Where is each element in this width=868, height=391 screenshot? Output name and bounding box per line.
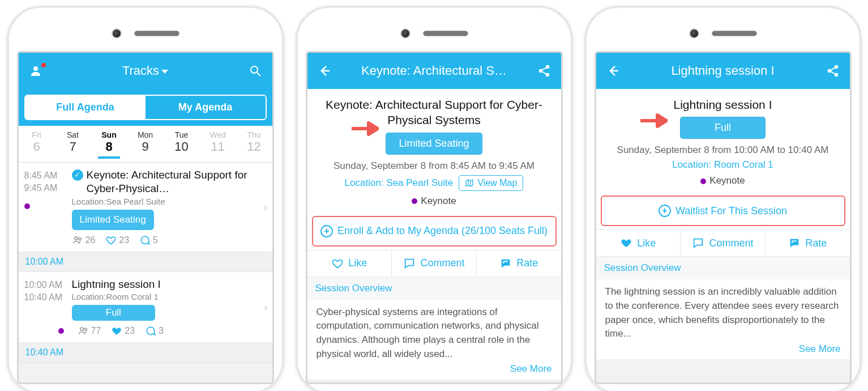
screen: Lightning session I Lightning session I … — [595, 51, 852, 384]
session-title: Lightning session I — [606, 97, 840, 112]
track-dot-icon — [58, 328, 64, 334]
section-overview-title: Session Overview — [307, 277, 561, 300]
header-container: Tracks Full Agenda My Agenda — [19, 53, 272, 126]
location-link[interactable]: Location: Sea Pearl Suite — [345, 177, 454, 189]
date-sun[interactable]: Sun8 — [91, 126, 127, 162]
phone-hardware-top — [17, 16, 274, 51]
date-tue[interactable]: Tue10 — [164, 126, 200, 162]
phone-hardware-top — [595, 16, 852, 51]
back-icon[interactable] — [315, 64, 333, 78]
action-row: Like Comment Rate — [596, 230, 850, 257]
rate-button[interactable]: Rate — [476, 250, 561, 277]
svg-point-3 — [74, 237, 77, 240]
svg-point-8 — [546, 66, 548, 68]
callout-arrow-icon — [352, 121, 379, 137]
likes-count: 23 — [111, 325, 135, 337]
session-datetime: Sunday, September 8 from 10:00 AM to 10:… — [606, 144, 840, 156]
date-thu[interactable]: Thu12 — [236, 126, 272, 162]
plus-circle-icon: + — [320, 225, 333, 237]
overview-text: The lightning session is an incredibly v… — [596, 279, 850, 341]
svg-point-12 — [828, 70, 830, 72]
page-title: Keynote: Architectural S… — [333, 63, 535, 78]
like-button[interactable]: Like — [307, 250, 392, 277]
svg-line-16 — [831, 71, 835, 74]
phone-session-detail-lightning: Lightning session I Lightning session I … — [584, 6, 862, 391]
status-badge-limited: Limited Seating — [386, 133, 482, 155]
likes-count: 23 — [105, 235, 129, 246]
svg-line-10 — [542, 67, 546, 70]
app-header: Keynote: Architectural S… — [307, 53, 561, 89]
page-title: Lightning session I — [622, 63, 824, 78]
svg-line-2 — [257, 73, 260, 76]
plus-circle-icon: + — [659, 205, 671, 217]
chevron-right-icon: › — [260, 300, 268, 313]
svg-point-7 — [539, 70, 541, 72]
share-icon[interactable] — [824, 64, 842, 78]
speaker-grille — [134, 31, 179, 36]
overview-text: Cyber-physical systems are integrations … — [307, 300, 561, 362]
tracks-dropdown[interactable]: Tracks — [45, 63, 246, 78]
session-header: Lightning session I Full Sunday, Septemb… — [596, 89, 850, 192]
camera-dot — [689, 28, 699, 39]
share-icon[interactable] — [535, 64, 553, 78]
svg-point-4 — [79, 237, 81, 240]
profile-icon[interactable] — [27, 64, 45, 78]
date-sat[interactable]: Sat7 — [55, 126, 91, 162]
date-mon[interactable]: Mon9 — [127, 126, 164, 162]
comment-button[interactable]: Comment — [680, 230, 765, 256]
session-counts: 77 23 3 — [58, 325, 260, 337]
speaker-grille — [712, 31, 757, 36]
enroll-button[interactable]: + Enroll & Add to My Agenda (26/100 Seat… — [312, 216, 557, 246]
agenda-tabs: Full Agenda My Agenda — [24, 95, 267, 120]
svg-point-13 — [835, 66, 837, 68]
attendees-count: 77 — [78, 325, 101, 337]
back-icon[interactable] — [604, 64, 622, 78]
waitlist-button[interactable]: + Waitlist For This Session — [601, 196, 845, 226]
speaker-grille — [423, 31, 468, 36]
time-separator: 10:40 AM — [19, 343, 272, 363]
session-times: 8:45 AM 9:45 AM — [24, 168, 72, 246]
phone-hardware-top — [306, 16, 563, 51]
rate-button[interactable]: Rate — [765, 230, 850, 256]
comments-count: 5 — [139, 235, 158, 246]
chevron-right-icon: › — [260, 201, 268, 214]
tab-my-agenda[interactable]: My Agenda — [146, 96, 266, 119]
track-label: Keynote — [318, 196, 551, 207]
track-dot-icon — [700, 178, 706, 184]
tab-full-agenda[interactable]: Full Agenda — [25, 96, 146, 119]
date-strip[interactable]: Fri6 Sat7 Sun8 Mon9 Tue10 Wed11 Thu12 — [19, 126, 272, 163]
location-link[interactable]: Location: Room Coral 1 — [672, 159, 773, 171]
session-card-keynote[interactable]: 8:45 AM 9:45 AM ✓ Keynote: Architectural… — [19, 163, 272, 252]
svg-point-6 — [84, 329, 87, 331]
see-more-link[interactable]: See More — [307, 361, 561, 379]
app-header: Lightning session I — [596, 53, 850, 89]
session-title: Lightning session I — [72, 278, 260, 291]
callout-arrow-icon — [640, 113, 668, 129]
session-datetime: Sunday, September 8 from 8:45 AM to 9:45… — [318, 160, 551, 172]
phone-agenda-list: Tracks Full Agenda My Agenda Fri6 Sat7 S… — [7, 6, 284, 391]
enrolled-check-icon: ✓ — [72, 169, 83, 181]
search-icon[interactable] — [246, 64, 264, 78]
svg-point-1 — [251, 66, 258, 73]
session-location: Location:Sea Pearl Suite — [72, 197, 260, 206]
see-more-link[interactable]: See More — [596, 341, 850, 359]
date-fri[interactable]: Fri6 — [19, 126, 55, 162]
view-map-button[interactable]: View Map — [459, 175, 523, 191]
session-location: Location:Room Coral 1 — [72, 292, 260, 301]
session-card-lightning[interactable]: 10:00 AM 10:40 AM Lightning session I Lo… — [19, 272, 272, 343]
track-dot-icon — [24, 203, 30, 209]
screen: Tracks Full Agenda My Agenda Fri6 Sat7 S… — [17, 51, 274, 384]
svg-line-11 — [542, 71, 546, 74]
comment-button[interactable]: Comment — [391, 250, 476, 277]
status-badge-limited: Limited Seating — [72, 210, 154, 230]
status-badge-full: Full — [680, 117, 766, 139]
like-button[interactable]: Like — [596, 230, 681, 256]
phone-session-detail-keynote: Keynote: Architectural S… Keynote: Archi… — [296, 6, 573, 391]
svg-line-15 — [831, 67, 835, 70]
session-title: ✓ Keynote: Architectural Support for Cyb… — [72, 168, 260, 196]
attendees-count: 26 — [72, 235, 96, 246]
screen: Keynote: Architectural S… Keynote: Archi… — [306, 51, 563, 384]
app-header: Tracks — [19, 53, 272, 89]
date-wed[interactable]: Wed11 — [200, 126, 236, 162]
camera-dot — [400, 28, 411, 39]
